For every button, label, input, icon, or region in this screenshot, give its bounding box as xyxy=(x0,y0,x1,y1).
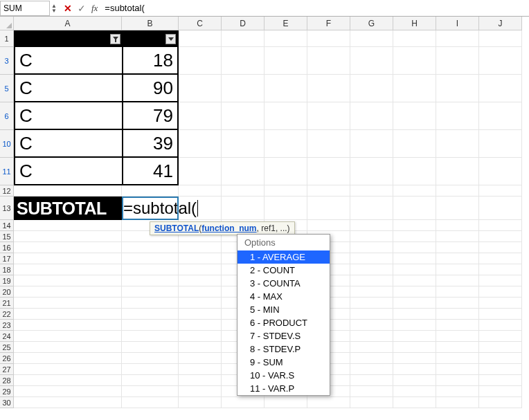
row-header[interactable]: 16 xyxy=(0,242,14,253)
cell[interactable] xyxy=(393,353,436,364)
row-header[interactable]: 29 xyxy=(0,386,14,397)
row-header[interactable]: 21 xyxy=(0,298,14,309)
cell[interactable] xyxy=(264,197,307,220)
cell[interactable] xyxy=(436,231,479,242)
row-header[interactable]: 12 xyxy=(0,185,14,197)
cell[interactable] xyxy=(436,30,479,47)
cell[interactable] xyxy=(350,386,393,397)
cell[interactable] xyxy=(179,331,222,342)
cell[interactable] xyxy=(350,375,393,386)
option-item[interactable]: 10 - VAR.S xyxy=(237,369,330,382)
cell[interactable] xyxy=(307,102,350,130)
cell[interactable] xyxy=(350,253,393,264)
cell[interactable] xyxy=(350,298,393,309)
cell[interactable] xyxy=(179,375,222,386)
cell-b[interactable]: 79 xyxy=(122,102,179,130)
cell-a[interactable]: C xyxy=(14,102,122,130)
cell[interactable] xyxy=(122,331,179,342)
cell[interactable] xyxy=(350,309,393,320)
cell[interactable] xyxy=(14,242,122,253)
cell[interactable] xyxy=(436,320,479,331)
cell[interactable] xyxy=(479,130,522,158)
cell[interactable] xyxy=(479,342,522,353)
cell[interactable] xyxy=(393,197,436,220)
cell[interactable] xyxy=(307,197,350,220)
column-header[interactable]: I xyxy=(436,17,479,30)
cell[interactable] xyxy=(436,197,479,220)
cell[interactable] xyxy=(479,75,522,102)
row-header[interactable]: 15 xyxy=(0,231,14,242)
cell[interactable] xyxy=(393,309,436,320)
cell[interactable] xyxy=(479,286,522,298)
row-header[interactable]: 10 xyxy=(0,130,14,158)
cell[interactable] xyxy=(307,47,350,75)
name-box-spinner[interactable]: ▲ ▼ xyxy=(51,3,57,13)
cell[interactable] xyxy=(393,397,436,408)
cell[interactable] xyxy=(179,30,222,47)
column-header[interactable]: G xyxy=(350,17,393,30)
cell[interactable] xyxy=(479,253,522,264)
cell[interactable] xyxy=(307,158,350,185)
option-item[interactable]: 7 - STDEV.S xyxy=(237,329,330,343)
cell[interactable] xyxy=(122,309,179,320)
cell-a[interactable]: C xyxy=(14,75,122,102)
cell[interactable] xyxy=(222,102,264,130)
cell[interactable] xyxy=(350,331,393,342)
cell[interactable] xyxy=(393,364,436,375)
cell[interactable] xyxy=(479,364,522,375)
row-header[interactable]: 25 xyxy=(0,342,14,353)
cell[interactable] xyxy=(479,309,522,320)
row-header[interactable]: 6 xyxy=(0,102,14,130)
cell[interactable] xyxy=(122,275,179,286)
cell[interactable] xyxy=(436,286,479,298)
cell[interactable] xyxy=(122,375,179,386)
cell[interactable] xyxy=(179,253,222,264)
cell[interactable] xyxy=(350,231,393,242)
tooltip-current-arg[interactable]: function_num xyxy=(201,223,256,233)
cell-a[interactable]: C xyxy=(14,158,122,185)
cell[interactable] xyxy=(393,286,436,298)
cell[interactable] xyxy=(14,231,122,242)
cell[interactable] xyxy=(122,242,179,253)
option-item[interactable]: 2 - COUNT xyxy=(237,264,330,277)
cell[interactable] xyxy=(393,75,436,102)
cell[interactable] xyxy=(479,375,522,386)
option-item[interactable]: 6 - PRODUCT xyxy=(237,316,330,329)
cell[interactable] xyxy=(479,264,522,275)
cell-a[interactable]: C xyxy=(14,47,122,75)
cell[interactable] xyxy=(479,158,522,185)
cell[interactable] xyxy=(122,320,179,331)
cell[interactable] xyxy=(122,353,179,364)
cell[interactable] xyxy=(436,264,479,275)
row-header[interactable]: 3 xyxy=(0,47,14,75)
cell[interactable] xyxy=(393,158,436,185)
cell[interactable] xyxy=(179,364,222,375)
row-header[interactable]: 30 xyxy=(0,397,14,408)
cell[interactable] xyxy=(122,264,179,275)
cell[interactable] xyxy=(479,102,522,130)
cell[interactable] xyxy=(122,397,179,408)
cell[interactable] xyxy=(479,397,522,408)
cell[interactable] xyxy=(436,130,479,158)
cell[interactable] xyxy=(179,185,222,197)
cell-b[interactable]: 18 xyxy=(122,47,179,75)
row-header[interactable]: 11 xyxy=(0,158,14,185)
cell[interactable] xyxy=(179,102,222,130)
cell[interactable] xyxy=(264,30,307,47)
cell[interactable] xyxy=(479,220,522,231)
cell[interactable] xyxy=(14,320,122,331)
cell[interactable] xyxy=(14,275,122,286)
cell[interactable] xyxy=(122,286,179,298)
cell[interactable] xyxy=(222,75,264,102)
cell[interactable] xyxy=(122,185,179,197)
cell[interactable] xyxy=(393,185,436,197)
option-item[interactable]: 9 - SUM xyxy=(237,356,330,369)
cell[interactable] xyxy=(479,353,522,364)
cell[interactable] xyxy=(393,47,436,75)
column-header[interactable]: A xyxy=(14,17,122,30)
cell[interactable] xyxy=(179,275,222,286)
cell[interactable] xyxy=(393,102,436,130)
cell[interactable] xyxy=(179,158,222,185)
option-item[interactable]: 11 - VAR.P xyxy=(237,382,330,395)
cell[interactable] xyxy=(436,298,479,309)
